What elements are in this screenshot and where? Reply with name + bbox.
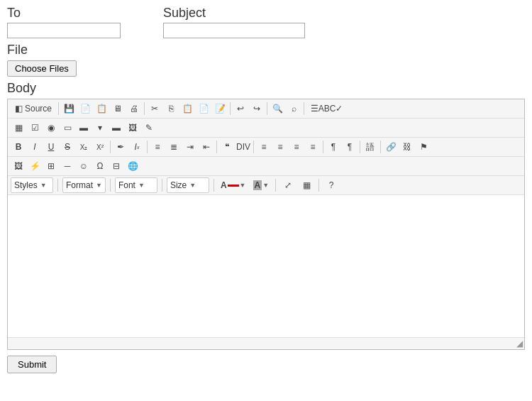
paste-word-button[interactable]: 📝 — [212, 101, 228, 116]
text-color-indicator — [228, 185, 239, 187]
text-color-button[interactable]: A ▼ — [218, 177, 248, 193]
choose-files-button[interactable]: Choose Files — [7, 60, 77, 77]
flash-button[interactable]: ⚡ — [27, 158, 43, 174]
smiley-button[interactable]: ☺ — [76, 158, 92, 174]
ol-button[interactable]: ≡ — [150, 139, 165, 155]
specialchar-button[interactable]: Ω — [92, 158, 108, 174]
underline-button[interactable]: U — [43, 139, 59, 155]
toolbar-sep-4 — [267, 102, 267, 115]
textarea-button[interactable]: ▬ — [76, 120, 92, 136]
redo-button[interactable]: ↪ — [249, 101, 265, 116]
format-sep-2 — [110, 179, 111, 192]
save-button[interactable]: 💾 — [61, 101, 77, 116]
undo-icon: ↩ — [237, 104, 244, 114]
toolbar-sep-5 — [304, 102, 304, 115]
checkbox-button[interactable]: ☑ — [27, 120, 43, 136]
cut-button[interactable]: ✂ — [147, 101, 162, 116]
select-button[interactable]: ▾ — [92, 120, 108, 136]
form-button[interactable]: ▦ — [11, 120, 26, 136]
spellcheck-button[interactable]: ABC✓ — [323, 101, 338, 116]
copy-icon: ⎘ — [169, 104, 174, 114]
new-button[interactable]: 📄 — [77, 101, 93, 116]
radio-button[interactable]: ◉ — [43, 120, 59, 136]
strike-button[interactable]: S — [60, 139, 75, 155]
paste-text-button[interactable]: 📄 — [196, 101, 211, 116]
toolbar-row-2: ▦ ☑ ◉ ▭ ▬ ▾ ▬ 🖼 ✎ — [8, 119, 524, 138]
editor-resize-handle[interactable]: ◢ — [8, 337, 524, 349]
anchor-button[interactable]: ⚑ — [416, 139, 431, 155]
table-button[interactable]: ⊞ — [43, 158, 59, 174]
indent-button[interactable]: ⇥ — [182, 139, 198, 155]
subscript-button[interactable]: X₂ — [76, 139, 92, 155]
help-icon: ? — [329, 180, 334, 190]
toolbar-sep-12 — [380, 141, 381, 153]
outdent-button[interactable]: ⇤ — [199, 139, 214, 155]
templates-button[interactable]: 📋 — [94, 101, 109, 116]
align-left-button[interactable]: ≡ — [256, 139, 272, 155]
bold-button[interactable]: B — [11, 139, 26, 155]
to-label: To — [7, 6, 121, 21]
preview-button[interactable]: 🖥 — [110, 101, 126, 116]
toolbar-row-1: ◧ Source 💾 📄 📋 🖥 🖨 ✂ ⎘ 📋 📄 📝 ↩ ↪ 🔍 ⌕ ☰ A… — [8, 99, 524, 119]
hidden-button[interactable]: ✎ — [141, 120, 157, 136]
smiley-icon: ☺ — [79, 161, 88, 171]
div-button[interactable]: DIV — [235, 139, 251, 155]
source-button[interactable]: ◧ Source — [11, 101, 56, 116]
link-button[interactable]: 🔗 — [383, 139, 399, 155]
font-arrow-icon: ▼ — [138, 182, 145, 189]
editor-container: ◧ Source 💾 📄 📋 🖥 🖨 ✂ ⎘ 📋 📄 📝 ↩ ↪ 🔍 ⌕ ☰ A… — [7, 99, 525, 350]
cut-icon: ✂ — [151, 104, 158, 114]
maximize-button[interactable]: ⤢ — [280, 177, 296, 193]
superscript-button[interactable]: X² — [92, 139, 108, 155]
unlink-button[interactable]: ⛓ — [399, 139, 415, 155]
toolbar-row-4: 🖼 ⚡ ⊞ ─ ☺ Ω ⊟ 🌐 — [8, 157, 524, 176]
hline-button[interactable]: ─ — [60, 158, 75, 174]
align-center-button[interactable]: ≡ — [272, 139, 288, 155]
outdent-icon: ⇤ — [203, 142, 210, 152]
pagebreak-button[interactable]: ⊟ — [109, 158, 124, 174]
removeformat-button[interactable]: Ix — [129, 139, 145, 155]
redo-icon: ↪ — [253, 104, 260, 114]
help-button[interactable]: ? — [323, 177, 339, 193]
pen-button[interactable]: ✒ — [113, 139, 128, 155]
showall-button[interactable]: ▦ — [299, 177, 314, 193]
align-right-button[interactable]: ≡ — [289, 139, 304, 155]
format-sep-3 — [162, 179, 162, 192]
radio-icon: ◉ — [48, 123, 55, 133]
toolbar-sep-7 — [147, 141, 148, 153]
blockquote-button[interactable]: ❝ — [219, 139, 235, 155]
copy-button[interactable]: ⎘ — [163, 101, 179, 116]
justify-button[interactable]: ≡ — [305, 139, 321, 155]
replace-button[interactable]: ⌕ — [286, 101, 301, 116]
specialchar-icon: Ω — [97, 161, 104, 171]
table-icon: ⊞ — [48, 161, 55, 171]
language-button[interactable]: 語 — [362, 139, 378, 155]
format-dropdown[interactable]: Format ▼ — [62, 177, 106, 193]
toolbar-row-3: B I U S X₂ X² ✒ Ix ≡ ≣ ⇥ ⇤ ❝ DIV ≡ ≡ ≡ ≡… — [8, 138, 524, 157]
size-dropdown[interactable]: Size ▼ — [167, 177, 209, 193]
undo-button[interactable]: ↩ — [233, 101, 248, 116]
image-button[interactable]: 🖼 — [11, 158, 26, 174]
editor-body[interactable] — [8, 195, 524, 337]
to-input[interactable] — [7, 23, 121, 38]
unlink-icon: ⛓ — [403, 142, 411, 152]
subject-input[interactable] — [163, 23, 305, 38]
bg-color-button[interactable]: A ▼ — [251, 177, 272, 193]
toolbar-sep-11 — [360, 141, 360, 153]
textfield-button[interactable]: ▭ — [60, 120, 75, 136]
font-dropdown[interactable]: Font ▼ — [115, 177, 157, 193]
form-icon: ▦ — [15, 123, 23, 133]
italic-button[interactable]: I — [27, 139, 43, 155]
rtl-button[interactable]: ¶ — [342, 139, 358, 155]
styles-dropdown[interactable]: Styles ▼ — [11, 177, 53, 193]
iframe-button[interactable]: 🌐 — [125, 158, 140, 174]
submit-button[interactable]: Submit — [7, 356, 57, 373]
ltr-button[interactable]: ¶ — [326, 139, 341, 155]
button-button[interactable]: ▬ — [109, 120, 124, 136]
image-button2[interactable]: 🖼 — [125, 120, 140, 136]
find-button[interactable]: 🔍 — [270, 101, 285, 116]
ul-button[interactable]: ≣ — [166, 139, 182, 155]
print-button[interactable]: 🖨 — [126, 101, 142, 116]
paste-button[interactable]: 📋 — [179, 101, 195, 116]
format-row: Styles ▼ Format ▼ Font ▼ Size ▼ A ▼ — [8, 176, 524, 195]
